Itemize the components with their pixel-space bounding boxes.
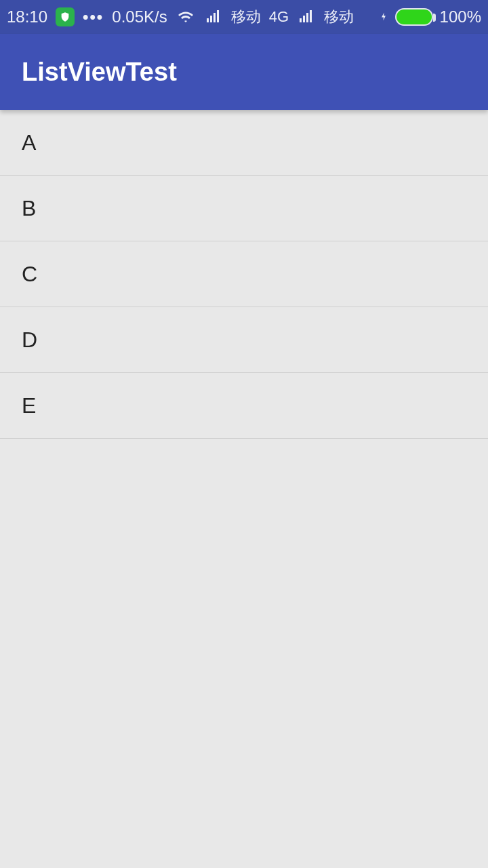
list-item[interactable]: A — [0, 110, 488, 176]
status-bar: 18:10 ••• 0.05K/s 移动 4G 移动 100% — [0, 0, 488, 34]
list-item[interactable]: D — [0, 307, 488, 373]
net-type: 4G — [269, 8, 289, 26]
more-notif-icon: ••• — [83, 7, 104, 26]
signal2-icon — [297, 9, 316, 25]
battery-pct: 100% — [440, 7, 481, 26]
list-item[interactable]: C — [0, 241, 488, 307]
status-left: 18:10 ••• 0.05K/s 移动 4G 移动 — [7, 7, 354, 27]
carrier-2: 移动 — [324, 7, 354, 27]
clock: 18:10 — [7, 7, 47, 26]
wifi-icon — [176, 9, 196, 25]
list-item[interactable]: E — [0, 373, 488, 439]
app-bar: ListViewTest — [0, 34, 488, 110]
list-item[interactable]: B — [0, 176, 488, 241]
battery-icon — [395, 8, 433, 26]
app-title: ListViewTest — [22, 58, 177, 87]
list-view[interactable]: A B C D E — [0, 110, 488, 439]
carrier-1: 移动 — [231, 7, 261, 27]
signal-icon — [204, 9, 223, 25]
shield-icon — [56, 7, 75, 26]
charging-icon — [379, 9, 388, 25]
net-speed: 0.05K/s — [112, 7, 167, 26]
status-right: 100% — [379, 7, 481, 26]
